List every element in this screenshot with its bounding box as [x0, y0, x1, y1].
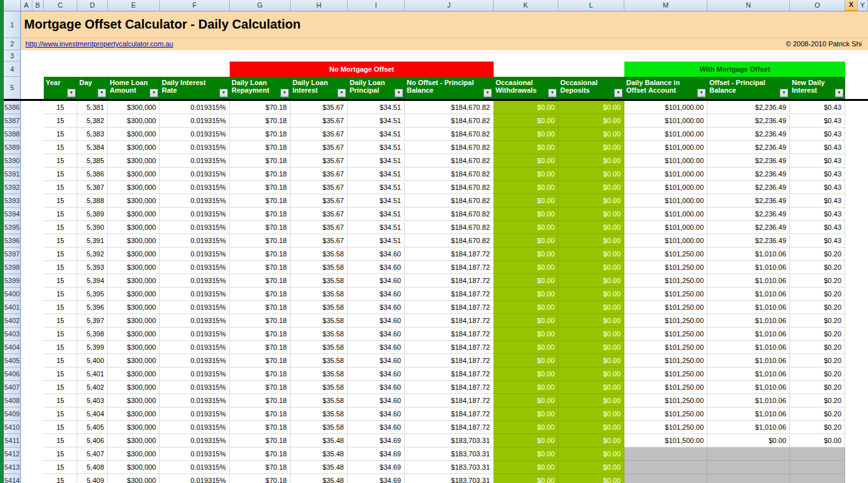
column-header-L[interactable]: L	[558, 0, 624, 11]
cell-E5409[interactable]: $300,000	[108, 407, 160, 421]
cell-E5393[interactable]: $300,000	[108, 194, 160, 208]
cell-X5390[interactable]	[845, 154, 858, 168]
cell-C5410[interactable]: 15	[44, 421, 77, 434]
cell-Y5397[interactable]	[858, 248, 868, 261]
cell-H5403[interactable]: $35.58	[291, 328, 348, 341]
cell-M5392[interactable]: $101,000.00	[624, 181, 707, 194]
cell-F5393[interactable]: 0.019315%	[160, 194, 230, 208]
cell-A5[interactable]	[21, 77, 32, 99]
cell-F5407[interactable]: 0.019315%	[160, 381, 230, 394]
cell-M5388[interactable]: $101,000.00	[624, 128, 707, 141]
cell-K5400[interactable]: $0.00	[494, 288, 558, 301]
cell-G5412[interactable]: $70.18	[230, 447, 291, 461]
filter-dropdown-icon[interactable]: ▼	[280, 89, 289, 97]
row-header-5405[interactable]: 5405	[4, 354, 21, 367]
cell-G5386[interactable]: $70.18	[230, 101, 291, 114]
cell-Y5400[interactable]	[858, 288, 868, 301]
cell-I5412[interactable]: $34.69	[348, 447, 405, 461]
cell-J5401[interactable]: $184,187.72	[405, 301, 494, 314]
cell-O5395[interactable]: $0.43	[790, 221, 845, 234]
cell-I5387[interactable]: $34.51	[348, 114, 405, 128]
cell-O5412[interactable]	[790, 447, 845, 461]
cell-X5402[interactable]	[845, 314, 858, 328]
cell-J5388[interactable]: $184,670.82	[405, 128, 494, 141]
row-header-5400[interactable]: 5400	[4, 288, 21, 301]
cell-N5401[interactable]: $1,010.06	[707, 301, 790, 314]
cell-G5402[interactable]: $70.18	[230, 314, 291, 328]
cell-O5414[interactable]	[790, 474, 845, 483]
cell-O5387[interactable]: $0.43	[790, 114, 845, 128]
cell-M5413[interactable]	[624, 461, 707, 474]
cell-K5403[interactable]: $0.00	[494, 328, 558, 341]
cell-J5408[interactable]: $184,187.72	[405, 394, 494, 407]
cell-A5409[interactable]	[21, 407, 32, 421]
select-all-corner[interactable]	[4, 0, 21, 11]
cell-I5403[interactable]: $34.60	[348, 328, 405, 341]
cell-C5405[interactable]: 15	[44, 354, 77, 367]
cell-H5394[interactable]: $35.67	[291, 208, 348, 221]
cell-A5397[interactable]	[21, 248, 32, 261]
filter-header-E[interactable]: Home Loan Amount▼	[108, 77, 160, 99]
cell-C5401[interactable]: 15	[44, 301, 77, 314]
cell-J5400[interactable]: $184,187.72	[405, 288, 494, 301]
filter-dropdown-icon[interactable]: ▼	[548, 89, 556, 97]
cell-N5410[interactable]: $1,010.06	[707, 421, 790, 434]
cell-F5392[interactable]: 0.019315%	[160, 181, 230, 194]
cell-I5386[interactable]: $34.51	[348, 101, 405, 114]
title-cell[interactable]: Mortgage Offset Calculator - Daily Calcu…	[21, 11, 868, 38]
cell-X5409[interactable]	[845, 407, 858, 421]
cell-C5388[interactable]: 15	[44, 128, 77, 141]
cell-F5398[interactable]: 0.019315%	[160, 261, 230, 274]
cell-K5406[interactable]: $0.00	[494, 367, 558, 381]
cell-G5409[interactable]: $70.18	[230, 407, 291, 421]
cell-G5404[interactable]: $70.18	[230, 341, 291, 354]
cell-N5398[interactable]: $1,010.06	[707, 261, 790, 274]
cell-D5414[interactable]: 5,409	[77, 474, 108, 483]
cell-O5410[interactable]: $0.20	[790, 421, 845, 434]
cell-N5397[interactable]: $1,010.06	[707, 248, 790, 261]
row-header-5387[interactable]: 5387	[4, 114, 21, 128]
cell-Y5403[interactable]	[858, 328, 868, 341]
cell-X5386[interactable]	[845, 101, 858, 114]
cell-D5394[interactable]: 5,389	[77, 208, 108, 221]
cell-I5402[interactable]: $34.60	[348, 314, 405, 328]
row-header-5396[interactable]: 5396	[4, 234, 21, 248]
cell-H5407[interactable]: $35.58	[291, 381, 348, 394]
cell-K5395[interactable]: $0.00	[494, 221, 558, 234]
cell-B5398[interactable]	[32, 261, 44, 274]
cell-H5405[interactable]: $35.58	[291, 354, 348, 367]
cell-I5407[interactable]: $34.60	[348, 381, 405, 394]
cell-Y5409[interactable]	[858, 407, 868, 421]
cell-H5414[interactable]: $35.48	[291, 474, 348, 483]
cell-E5390[interactable]: $300,000	[108, 154, 160, 168]
cell-E5392[interactable]: $300,000	[108, 181, 160, 194]
cell-C5412[interactable]: 15	[44, 447, 77, 461]
cell-C5394[interactable]: 15	[44, 208, 77, 221]
cell-M5402[interactable]: $101,250.00	[624, 314, 707, 328]
cell-J5414[interactable]: $183,703.31	[405, 474, 494, 483]
cell-A5396[interactable]	[21, 234, 32, 248]
cell-J5398[interactable]: $184,187.72	[405, 261, 494, 274]
cell-F5408[interactable]: 0.019315%	[160, 394, 230, 407]
row-header-5394[interactable]: 5394	[4, 208, 21, 221]
cell-X5408[interactable]	[845, 394, 858, 407]
cell-C5414[interactable]: 15	[44, 474, 77, 483]
cell-H5395[interactable]: $35.67	[291, 221, 348, 234]
cell-H5410[interactable]: $35.58	[291, 421, 348, 434]
cell-A5403[interactable]	[21, 328, 32, 341]
cell-G5408[interactable]: $70.18	[230, 394, 291, 407]
cell-E5408[interactable]: $300,000	[108, 394, 160, 407]
cell-J5407[interactable]: $184,187.72	[405, 381, 494, 394]
cell-E5407[interactable]: $300,000	[108, 381, 160, 394]
cell-L5410[interactable]: $0.00	[558, 421, 624, 434]
column-header-D[interactable]: D	[77, 0, 108, 11]
cell-G5388[interactable]: $70.18	[230, 128, 291, 141]
cell-M5408[interactable]: $101,250.00	[624, 394, 707, 407]
cell-G5405[interactable]: $70.18	[230, 354, 291, 367]
cell-L5394[interactable]: $0.00	[558, 208, 624, 221]
row-header-5406[interactable]: 5406	[4, 367, 21, 381]
cell-J5396[interactable]: $184,670.82	[405, 234, 494, 248]
cell-J5403[interactable]: $184,187.72	[405, 328, 494, 341]
cell-K5414[interactable]: $0.00	[494, 474, 558, 483]
cell-F5388[interactable]: 0.019315%	[160, 128, 230, 141]
